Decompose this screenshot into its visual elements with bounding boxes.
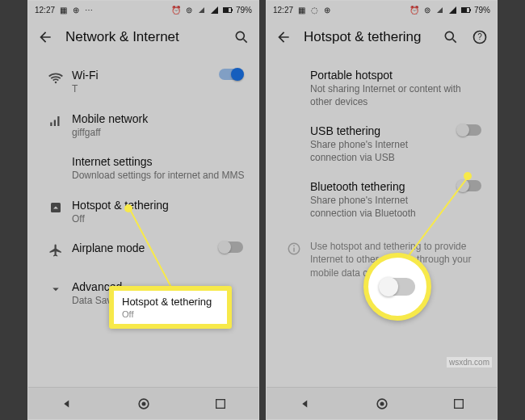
signal-icon — [435, 5, 445, 15]
phone-left: 12:27 ▦ ⊕ ⋯ ⏰ ⊚ 79% Network & Internet — [27, 0, 259, 420]
callout-subtitle: Off — [122, 309, 219, 319]
stage: 12:27 ▦ ⊕ ⋯ ⏰ ⊚ 79% Network & Internet — [27, 0, 498, 420]
hotspot-icon — [40, 199, 72, 215]
settings-item-internet[interactable]: Internet settings Download settings for … — [28, 147, 258, 191]
usb-tethering-switch[interactable] — [457, 124, 481, 136]
wifi-icon — [40, 69, 72, 86]
internet-settings-icon — [40, 155, 72, 157]
svg-rect-12 — [293, 247, 295, 251]
app-bar: Hotspot & tethering ? — [267, 19, 497, 56]
magnified-switch — [380, 278, 415, 296]
back-icon[interactable] — [275, 28, 292, 46]
wifi-icon: ⊚ — [422, 5, 432, 15]
item-secondary: Share phone's Internet connection via US… — [310, 139, 453, 164]
item-primary: Wi-Fi — [72, 69, 215, 82]
item-secondary: Not sharing Internet or content with oth… — [310, 83, 485, 108]
svg-point-7 — [445, 32, 453, 40]
phone-right: 12:27 ▦ ◌ ⊕ ⏰ ⊚ 79% Hotspot & tethering — [266, 0, 498, 420]
screenshot-icon: ▦ — [296, 5, 306, 15]
search-icon[interactable] — [442, 28, 460, 46]
battery-icon — [223, 7, 233, 13]
nav-bar — [28, 387, 258, 419]
svg-point-15 — [380, 401, 384, 405]
search-icon[interactable] — [233, 28, 250, 46]
camera-icon: ⊕ — [322, 5, 332, 15]
callout-anchor-dot — [464, 172, 472, 180]
svg-rect-13 — [293, 245, 295, 246]
nav-home-icon[interactable] — [366, 391, 398, 417]
svg-point-5 — [141, 401, 145, 405]
battery-level: 79% — [474, 6, 490, 15]
back-icon[interactable] — [36, 28, 54, 46]
page-title: Hotspot & tethering — [304, 29, 430, 45]
item-primary: Internet settings — [72, 155, 247, 168]
item-primary: Portable hotspot — [310, 69, 485, 82]
camera-icon: ⊕ — [71, 5, 81, 15]
nav-back-icon[interactable] — [289, 391, 321, 417]
item-secondary: Download settings for internet and MMS — [72, 170, 247, 183]
settings-item-portable-hotspot[interactable]: Portable hotspot Not sharing Internet or… — [267, 61, 497, 116]
info-icon — [278, 240, 310, 256]
callout-magnifier: Hotspot & tethering Off — [109, 286, 232, 329]
item-primary: Bluetooth tethering — [310, 180, 453, 193]
status-bar: 12:27 ▦ ◌ ⊕ ⏰ ⊚ 79% — [267, 1, 497, 19]
nav-bar — [267, 387, 497, 419]
signal-icon — [448, 5, 458, 15]
alarm-icon: ⏰ — [410, 5, 419, 15]
status-time: 12:27 — [35, 6, 55, 15]
help-icon[interactable]: ? — [471, 28, 489, 46]
svg-text:?: ? — [477, 32, 482, 41]
svg-rect-6 — [216, 399, 225, 408]
settings-item-usb-tethering[interactable]: USB tethering Share phone's Internet con… — [267, 116, 497, 172]
settings-item-hotspot[interactable]: Hotspot & tethering Off — [28, 191, 258, 234]
callout-title: Hotspot & tethering — [122, 296, 219, 308]
item-primary: Hotspot & tethering — [72, 199, 247, 212]
page-title: Network & Internet — [65, 29, 221, 45]
svg-line-8 — [453, 40, 456, 43]
settings-item-wifi[interactable]: Wi-Fi T — [28, 61, 258, 104]
battery-icon — [461, 7, 471, 13]
wifi-icon: ⊚ — [184, 5, 194, 15]
wifi-switch[interactable] — [219, 69, 243, 80]
app-bar: Network & Internet — [28, 19, 258, 56]
screenshot-icon: ▦ — [58, 5, 68, 15]
nav-back-icon[interactable] — [51, 391, 83, 417]
svg-line-1 — [244, 40, 247, 43]
nav-recents-icon[interactable] — [204, 391, 237, 417]
item-secondary: Off — [72, 213, 247, 226]
battery-level: 79% — [236, 6, 252, 15]
item-secondary: giffgaff — [72, 127, 247, 140]
chevron-down-icon — [40, 280, 72, 296]
item-primary: Mobile network — [72, 112, 247, 125]
status-time: 12:27 — [273, 6, 293, 15]
more-icon: ⋯ — [84, 5, 94, 15]
item-primary: Airplane mode — [72, 242, 215, 254]
settings-item-bluetooth-tethering[interactable]: Bluetooth tethering Share phone's Intern… — [267, 172, 497, 228]
item-secondary: T — [72, 83, 215, 96]
signal-icon — [210, 5, 220, 15]
svg-rect-16 — [454, 399, 463, 408]
airplane-switch[interactable] — [219, 242, 243, 253]
settings-list: Wi-Fi T Mobile network giffgaff — [28, 56, 258, 321]
mobile-network-icon — [40, 112, 72, 128]
callout-anchor-dot — [124, 204, 132, 212]
item-secondary: Share phone's Internet connection via Bl… — [310, 195, 453, 220]
settings-item-mobile[interactable]: Mobile network giffgaff — [28, 104, 258, 148]
callout-magnifier — [363, 253, 431, 321]
alarm-icon: ⏰ — [171, 5, 181, 15]
airplane-icon — [40, 242, 72, 258]
settings-item-airplane[interactable]: Airplane mode — [28, 233, 258, 272]
status-bar: 12:27 ▦ ⊕ ⋯ ⏰ ⊚ 79% — [28, 1, 258, 19]
nav-home-icon[interactable] — [128, 391, 160, 417]
nav-recents-icon[interactable] — [443, 391, 475, 417]
item-primary: USB tethering — [310, 124, 453, 137]
svg-point-0 — [236, 32, 244, 40]
watermark: wsxdn.com — [447, 357, 492, 368]
signal-icon — [197, 5, 207, 15]
bulb-icon: ◌ — [309, 5, 319, 15]
svg-point-2 — [55, 82, 57, 84]
